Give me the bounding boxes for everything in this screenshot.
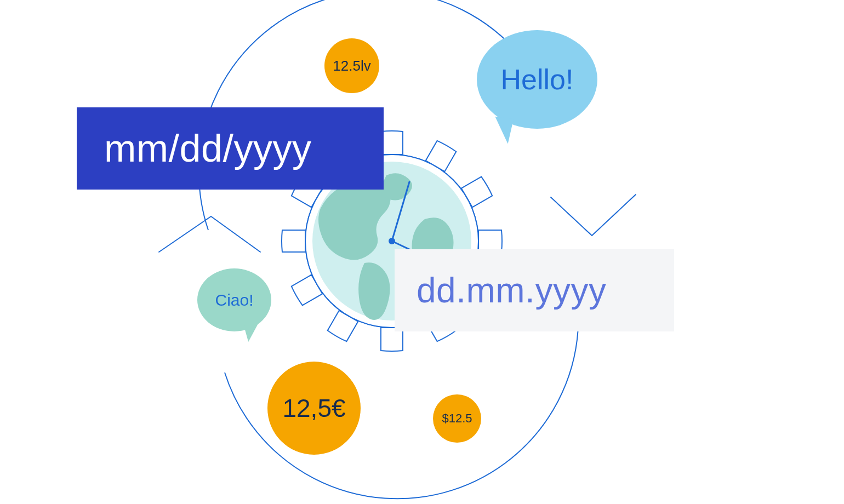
arrow-up-icon bbox=[159, 216, 260, 252]
localization-diagram: mm/dd/yyyy dd.mm.yyyy 12.5lv 12,5€ $12.5… bbox=[0, 0, 844, 504]
date-format-eu-text: dd.mm.yyyy bbox=[417, 270, 606, 311]
speech-tail-icon bbox=[244, 324, 260, 342]
currency-usd: $12.5 bbox=[433, 394, 481, 443]
greeting-it-text: Ciao! bbox=[215, 291, 253, 310]
date-format-us-text: mm/dd/yyyy bbox=[104, 127, 311, 170]
greeting-en-bubble: Hello! bbox=[477, 30, 597, 129]
currency-usd-text: $12.5 bbox=[442, 411, 472, 426]
greeting-it-bubble: Ciao! bbox=[197, 268, 271, 331]
arrow-down-icon bbox=[551, 194, 636, 236]
speech-tail-icon bbox=[492, 117, 514, 144]
currency-lv: 12.5lv bbox=[324, 38, 379, 93]
currency-eur-text: 12,5€ bbox=[282, 393, 345, 423]
date-format-us: mm/dd/yyyy bbox=[77, 107, 384, 190]
date-format-eu: dd.mm.yyyy bbox=[395, 249, 674, 331]
currency-lv-text: 12.5lv bbox=[333, 58, 370, 75]
currency-eur: 12,5€ bbox=[267, 362, 361, 455]
greeting-en-text: Hello! bbox=[501, 63, 574, 96]
